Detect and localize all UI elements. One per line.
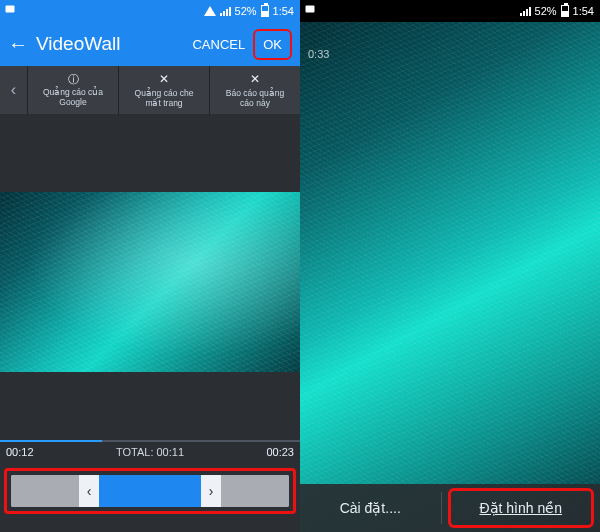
screen-video-editor: 52% 1:54 ← VideoWall CANCEL OK ‹ ⓘ Quảng…: [0, 0, 300, 532]
app-title: VideoWall: [36, 33, 184, 55]
trim-outside-right: [221, 475, 289, 507]
signal-icon: [220, 7, 231, 16]
close-icon: ✕: [159, 72, 169, 86]
settings-button[interactable]: Cài đặt....: [300, 484, 441, 532]
close-icon: ✕: [250, 72, 260, 86]
battery-percent: 52%: [535, 5, 557, 17]
ad-opt2-l1: Quảng cáo che: [135, 88, 194, 98]
back-button[interactable]: ←: [8, 33, 32, 56]
signal-icon: [520, 7, 531, 16]
ad-opt1-l2: Google: [59, 97, 86, 107]
trim-range[interactable]: [99, 475, 201, 507]
cancel-button[interactable]: CANCEL: [184, 31, 253, 58]
svg-rect-0: [6, 6, 15, 13]
set-wallpaper-button[interactable]: Đặt hình nền: [448, 488, 595, 528]
wallpaper-preview[interactable]: 0:33 Cài đặt.... Đặt hình nền: [300, 22, 600, 532]
divider: [441, 492, 442, 524]
time-readout: 00:12 TOTAL: 00:11 00:23: [0, 442, 300, 462]
trim-start-time: 00:12: [6, 446, 34, 458]
status-bar: 52% 1:54: [300, 0, 600, 22]
trim-handle-left[interactable]: ‹: [79, 475, 99, 507]
spacer: [0, 114, 300, 192]
trim-end-time: 00:23: [266, 446, 294, 458]
status-bar: 52% 1:54: [0, 0, 300, 22]
trim-handle-right[interactable]: ›: [201, 475, 221, 507]
bottom-action-bar: Cài đặt.... Đặt hình nền: [300, 484, 600, 532]
battery-icon: [261, 5, 269, 17]
info-icon: ⓘ: [68, 73, 79, 86]
picture-icon: [4, 3, 16, 15]
ad-feedback-row: ‹ ⓘ Quảng cáo của Google ✕ Quảng cáo che…: [0, 66, 300, 114]
trim-area: ‹ ›: [0, 462, 300, 522]
wifi-icon: [204, 6, 216, 16]
video-preview[interactable]: [0, 192, 300, 372]
trim-highlight: ‹ ›: [4, 468, 296, 514]
ad-prev-button[interactable]: ‹: [0, 66, 28, 114]
ad-option-report[interactable]: ✕ Báo cáo quảng cáo này: [210, 66, 300, 114]
ad-opt1-l1: Quảng cáo của: [43, 87, 103, 97]
status-time: 1:54: [273, 5, 294, 17]
video-timestamp: 0:33: [308, 48, 329, 60]
progress-fill: [0, 440, 102, 442]
status-time: 1:54: [573, 5, 594, 17]
ad-opt3-l1: Báo cáo quảng: [226, 88, 284, 98]
battery-percent: 52%: [235, 5, 257, 17]
trim-total-time: TOTAL: 00:11: [116, 446, 184, 458]
ad-option-google-ads[interactable]: ⓘ Quảng cáo của Google: [28, 66, 119, 114]
ad-opt2-l2: mất trang: [145, 98, 182, 108]
screen-wallpaper-preview: 52% 1:54 0:33 Cài đặt.... Đặt hình nền: [300, 0, 600, 532]
app-bar: ← VideoWall CANCEL OK: [0, 22, 300, 66]
ok-button[interactable]: OK: [253, 29, 292, 60]
svg-rect-1: [306, 6, 315, 13]
ad-opt3-l2: cáo này: [240, 98, 270, 108]
trim-slider[interactable]: ‹ ›: [11, 475, 289, 507]
battery-icon: [561, 5, 569, 17]
spacer: [0, 372, 300, 442]
picture-icon: [304, 3, 316, 15]
ad-option-covers-page[interactable]: ✕ Quảng cáo che mất trang: [119, 66, 210, 114]
trim-outside-left: [11, 475, 79, 507]
